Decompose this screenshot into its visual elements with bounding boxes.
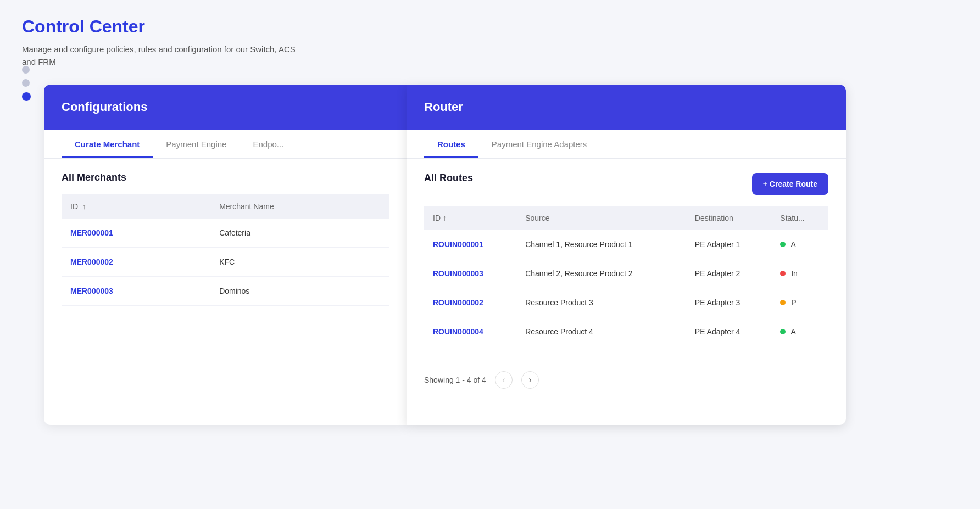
merchant-id-link[interactable]: MER000002 [70, 258, 113, 266]
route-status-cell: P [771, 288, 828, 317]
route-status-cell: A [771, 230, 828, 259]
route-id-cell: ROUIN000003 [424, 259, 516, 288]
col-id: ID ↑ [62, 194, 210, 219]
router-panel: Router Routes Payment Engine Adapters Al… [407, 85, 846, 425]
col-merchant-name: Merchant Name [210, 194, 389, 219]
route-source-cell: Channel 2, Resource Product 2 [516, 259, 686, 288]
router-header: Router [407, 85, 846, 130]
step-dot-2 [22, 79, 30, 87]
pagination-next-button[interactable]: › [521, 371, 539, 389]
step-dot-1 [22, 66, 30, 74]
route-source-cell: Resource Product 4 [516, 317, 686, 346]
merchant-name-cell: Cafeteria [210, 219, 389, 248]
sort-icon-id: ↑ [82, 202, 86, 211]
col-destination: Destination [686, 206, 771, 230]
status-dot [780, 300, 786, 305]
route-destination-cell: PE Adapter 2 [686, 259, 771, 288]
route-id-link[interactable]: ROUIN000002 [433, 298, 483, 307]
table-row: MER000003 Dominos [62, 277, 389, 306]
route-status-cell: In [771, 259, 828, 288]
route-destination-cell: PE Adapter 1 [686, 230, 771, 259]
route-id-cell: ROUIN000002 [424, 288, 516, 317]
main-content: Configurations Curate Merchant Payment E… [44, 85, 958, 425]
tab-payment-engine[interactable]: Payment Engine [153, 130, 240, 158]
tab-endpoint[interactable]: Endpo... [240, 130, 297, 158]
route-source-cell: Channel 1, Resource Product 1 [516, 230, 686, 259]
tab-payment-engine-adapters[interactable]: Payment Engine Adapters [478, 130, 600, 158]
table-row: ROUIN000003 Channel 2, Resource Product … [424, 259, 828, 288]
route-id-link[interactable]: ROUIN000004 [433, 327, 483, 336]
merchant-id-link[interactable]: MER000003 [70, 287, 113, 295]
config-tabs: Curate Merchant Payment Engine Endpo... [44, 130, 407, 159]
create-route-button[interactable]: + Create Route [752, 173, 828, 195]
routes-section-title: All Routes [424, 172, 473, 184]
config-header-title: Configurations [62, 100, 147, 114]
table-row: ROUIN000002 Resource Product 3 PE Adapte… [424, 288, 828, 317]
status-dot [780, 242, 786, 247]
router-header-title: Router [424, 100, 463, 114]
table-row: MER000002 KFC [62, 248, 389, 277]
col-source: Source [516, 206, 686, 230]
tab-routes[interactable]: Routes [424, 130, 478, 158]
merchant-id-link[interactable]: MER000001 [70, 228, 113, 237]
pagination-bar: Showing 1 - 4 of 4 ‹ › [407, 360, 846, 400]
tab-curate-merchant[interactable]: Curate Merchant [62, 130, 153, 158]
pagination-prev-button[interactable]: ‹ [495, 371, 513, 389]
status-dot [780, 329, 786, 334]
router-tabs: Routes Payment Engine Adapters [407, 130, 846, 159]
routes-table: ID ↑ Source Destination Statu... ROUIN00… [424, 206, 828, 346]
merchant-id-cell: MER000003 [62, 277, 210, 306]
route-destination-cell: PE Adapter 3 [686, 288, 771, 317]
route-id-link[interactable]: ROUIN000001 [433, 240, 483, 249]
config-panel: Configurations Curate Merchant Payment E… [44, 85, 407, 425]
page-title: Control Center [22, 16, 958, 37]
merchant-name-cell: KFC [210, 248, 389, 277]
pagination-label: Showing 1 - 4 of 4 [424, 376, 486, 384]
sort-icon-route-id: ↑ [443, 214, 447, 222]
merchant-name-cell: Dominos [210, 277, 389, 306]
status-dot [780, 271, 786, 276]
status-label: In [791, 269, 798, 278]
merchants-section-title: All Merchants [62, 172, 389, 183]
status-label: A [790, 327, 795, 336]
col-route-id: ID ↑ [424, 206, 516, 230]
route-source-cell: Resource Product 3 [516, 288, 686, 317]
merchant-id-cell: MER000002 [62, 248, 210, 277]
table-row: MER000001 Cafeteria [62, 219, 389, 248]
status-label: P [791, 298, 796, 307]
route-id-link[interactable]: ROUIN000003 [433, 269, 483, 278]
router-toolbar: All Routes + Create Route [424, 172, 828, 195]
step-indicators [22, 66, 31, 101]
table-row: ROUIN000001 Channel 1, Resource Product … [424, 230, 828, 259]
route-id-cell: ROUIN000001 [424, 230, 516, 259]
router-body: All Routes + Create Route ID ↑ Source De… [407, 159, 846, 360]
table-row: ROUIN000004 Resource Product 4 PE Adapte… [424, 317, 828, 346]
page-subtitle: Manage and configure policies, rules and… [22, 43, 297, 68]
merchants-table: ID ↑ Merchant Name MER000001 Cafeteria M… [62, 194, 389, 306]
route-id-cell: ROUIN000004 [424, 317, 516, 346]
route-destination-cell: PE Adapter 4 [686, 317, 771, 346]
config-body: All Merchants ID ↑ Merchant Name MER0000… [44, 159, 407, 319]
merchant-id-cell: MER000001 [62, 219, 210, 248]
step-dot-3 [22, 92, 31, 101]
config-header: Configurations [44, 85, 407, 130]
col-status: Statu... [771, 206, 828, 230]
status-label: A [790, 240, 795, 249]
route-status-cell: A [771, 317, 828, 346]
